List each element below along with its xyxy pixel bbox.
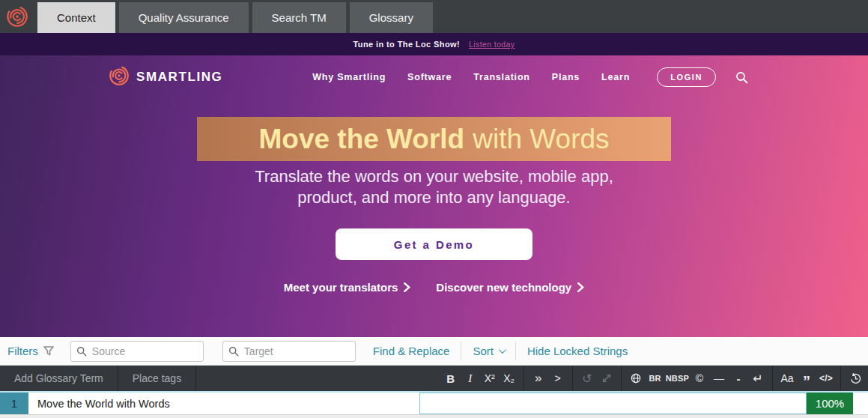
source-search <box>70 341 204 362</box>
nbsp-button[interactable]: NBSP <box>665 366 690 391</box>
divider <box>515 342 516 360</box>
chevron-right-icon <box>404 282 410 292</box>
hero-subtitle-line1: Translate the words on your website, mob… <box>0 166 868 187</box>
sort-dropdown[interactable]: Sort <box>473 345 504 357</box>
find-and-replace-link[interactable]: Find & Replace <box>373 345 450 357</box>
nav-software[interactable]: Software <box>407 72 452 82</box>
discover-new-technology-label: Discover new technology <box>436 281 571 294</box>
site-brand[interactable]: SMARTLING <box>109 65 222 89</box>
tab-glossary[interactable]: Glossary <box>350 2 433 33</box>
funnel-icon <box>43 346 54 356</box>
banner-text: Tune in to The Loc Show! <box>353 40 460 49</box>
source-search-input[interactable] <box>70 341 204 362</box>
site-brand-name: SMARTLING <box>136 70 222 85</box>
insert-next-tag-button[interactable]: > <box>548 366 568 391</box>
nav-why-smartling[interactable]: Why Smartling <box>312 72 386 82</box>
target-search-input[interactable] <box>222 341 356 362</box>
filters-button[interactable]: Filters <box>7 345 54 357</box>
get-a-demo-button[interactable]: Get a Demo <box>336 228 532 260</box>
undo-icon[interactable]: ↺ <box>577 366 597 391</box>
bottom-strip <box>0 414 868 418</box>
tab-quality-assurance[interactable]: Quality Assurance <box>119 2 249 33</box>
bold-button[interactable]: B <box>441 366 461 391</box>
target-editor-cell[interactable] <box>419 393 807 414</box>
meet-your-translators-label: Meet your translators <box>284 281 398 294</box>
context-preview: SMARTLING Why Smartling Software Transla… <box>0 55 868 337</box>
divider <box>461 342 461 360</box>
add-glossary-term-button[interactable]: Add Glossary Term <box>0 366 118 391</box>
hero-title-highlighted-string[interactable]: Move the World with Words <box>197 117 671 161</box>
em-dash-button[interactable]: — <box>709 366 729 391</box>
site-header: SMARTLING Why Smartling Software Transla… <box>0 60 868 94</box>
workbench-tabbar: Context Quality Assurance Search TM Glos… <box>0 0 868 33</box>
insert-all-tags-button[interactable]: » <box>529 366 548 391</box>
divider <box>840 366 841 391</box>
editor-toolbar: Add Glossary Term Place tags B I X² X₂ »… <box>0 366 868 391</box>
search-icon <box>228 346 239 360</box>
hyphen-button[interactable]: - <box>729 366 748 391</box>
row-number[interactable]: 1 <box>0 393 28 414</box>
tab-search-tm[interactable]: Search TM <box>252 2 346 33</box>
globe-special-chars-icon[interactable] <box>626 366 646 391</box>
divider <box>195 366 196 391</box>
discover-new-technology-link[interactable]: Discover new technology <box>436 281 584 294</box>
collapse-tags-icon[interactable] <box>597 366 616 391</box>
tab-context[interactable]: Context <box>37 2 115 33</box>
announcement-banner: Tune in to The Loc Show! Listen today <box>0 33 868 55</box>
search-icon <box>76 346 87 360</box>
meet-your-translators-link[interactable]: Meet your translators <box>284 281 411 294</box>
chevron-right-icon <box>577 282 584 292</box>
nav-plans[interactable]: Plans <box>552 72 580 82</box>
divider <box>572 366 573 391</box>
hero-subtitle: Translate the words on your website, mob… <box>0 166 868 208</box>
carriage-return-button[interactable]: ↵ <box>748 366 768 391</box>
history-icon[interactable] <box>846 366 865 391</box>
row-end-spacer <box>853 393 868 414</box>
banner-link[interactable]: Listen today <box>469 40 515 49</box>
login-button[interactable]: LOGIN <box>657 67 716 87</box>
copyright-symbol-button[interactable]: © <box>690 366 709 391</box>
hero-title-light: with Words <box>473 124 609 155</box>
smartling-logo-icon <box>109 65 130 89</box>
change-case-button[interactable]: Aa <box>777 366 797 391</box>
source-text-cell[interactable]: Move the World with Words <box>28 393 419 414</box>
hero-title-bold: Move the World <box>258 124 464 155</box>
smartling-logo-icon <box>6 5 28 28</box>
string-row: 1 Move the World with Words 100% <box>0 391 868 414</box>
chevron-down-icon <box>499 346 506 354</box>
nav-learn[interactable]: Learn <box>601 72 630 82</box>
site-nav: Why Smartling Software Translation Plans… <box>312 72 630 82</box>
place-tags-button[interactable]: Place tags <box>118 366 195 391</box>
divider <box>621 366 622 391</box>
search-icon[interactable] <box>735 71 748 84</box>
hero-links: Meet your translators Discover new techn… <box>0 281 868 294</box>
filters-label: Filters <box>7 345 38 357</box>
nav-translation[interactable]: Translation <box>473 72 529 82</box>
hide-locked-strings-link[interactable]: Hide Locked Strings <box>527 345 628 357</box>
tm-match-badge: 100% <box>807 393 853 414</box>
sort-label: Sort <box>473 345 494 357</box>
hero-subtitle-line2: product, and more into any language. <box>0 187 868 208</box>
smartling-cat-workbench: Context Quality Assurance Search TM Glos… <box>0 0 868 418</box>
br-tag-button[interactable]: BR <box>646 366 665 391</box>
divider <box>772 366 773 391</box>
filter-bar: Filters Find & Replace Sort Hide Locked … <box>0 337 868 366</box>
code-view-button[interactable]: </> <box>816 366 836 391</box>
smart-quotes-button[interactable]: ” <box>797 366 816 391</box>
subscript-button[interactable]: X₂ <box>500 366 519 391</box>
superscript-button[interactable]: X² <box>480 366 500 391</box>
divider <box>523 366 524 391</box>
target-search <box>222 341 356 362</box>
italic-button[interactable]: I <box>461 366 480 391</box>
formatting-icons: B I X² X₂ » > ↺ BR NBSP © — - ↵ Aa ” <box>441 366 868 391</box>
